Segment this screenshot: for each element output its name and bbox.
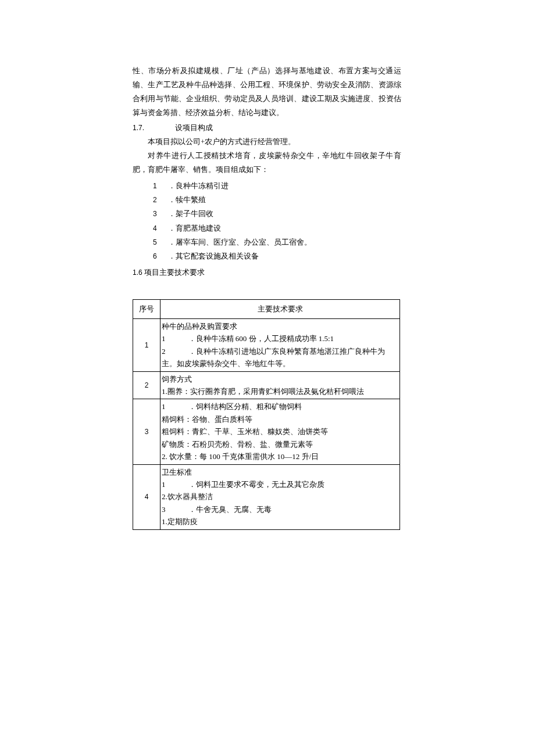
cell-line: 3 ．牛舍无臭、无腐、无毒 [162,503,398,515]
cell-line: 精饲料：谷物、蛋白质料等 [162,413,398,425]
list-item: 5．屠宰车间、医疗室、办公室、员工宿舍。 [133,235,401,249]
list-num: 4 [153,222,168,235]
list-text: ．架子牛回收 [168,209,213,218]
section-1-7-p1: 本项目拟以公司+农户的方式进行经营管理。 [133,135,401,149]
cell-line: 1 ．饲料结构区分精、粗和矿物饲料 [162,400,398,413]
cell-line: 1.定期防疫 [162,515,398,528]
table-row: 2 饲养方式 1.圈养：实行圈养育肥，采用青贮料饲喂法及氨化秸秆饲喂法 [133,371,400,399]
tech-requirements-table: 序号 主要技术要求 1 种牛的品种及购置要求 1 ．良种牛冻精 600 份，人工… [133,299,400,530]
table-row: 1 种牛的品种及购置要求 1 ．良种牛冻精 600 份，人工授精成功率 1.5:… [133,318,400,371]
cell-seq: 2 [133,371,160,399]
cell-line: 饲养方式 [162,373,398,385]
list-item: 6．其它配套设施及相关设备 [133,249,401,263]
list-num: 5 [153,236,168,249]
col-seq: 序号 [133,299,160,318]
list-item: 2．犊牛繁殖 [133,193,401,207]
cell-content: 卫生标准 1 ．饲料卫生要求不霉变，无土及其它杂质 2.饮水器具整洁 3 ．牛舍… [160,464,400,529]
cell-content: 种牛的品种及购置要求 1 ．良种牛冻精 600 份，人工授精成功率 1.5:1 … [160,318,400,371]
cell-line: 2. 饮水量：每 100 千克体重需供水 10—12 升/日 [162,450,398,463]
list-item: 1．良种牛冻精引进 [133,179,401,193]
cell-seq: 1 [133,318,160,371]
list-num: 3 [153,207,168,220]
list-num: 6 [153,250,168,263]
cell-line: 1 ．饲料卫生要求不霉变，无土及其它杂质 [162,478,398,490]
section-1-6-number: 1.6 [133,268,142,277]
cell-seq: 4 [133,464,160,529]
cell-line: 种牛的品种及购置要求 [162,320,398,332]
cell-line: 粗饲料：青贮、干草、玉米秸、糠奴类、油饼类等 [162,425,398,438]
cell-content: 饲养方式 1.圈养：实行圈养育肥，采用青贮料饲喂法及氨化秸秆饲喂法 [160,371,400,399]
section-1-7-header: 1.7. 设项目构成 [133,121,401,135]
section-1-6-title: 项目主要技术要求 [144,268,205,277]
cell-content: 1 ．饲料结构区分精、粗和矿物饲料 精饲料：谷物、蛋白质料等 粗饲料：青贮、干草… [160,399,400,464]
col-req: 主要技术要求 [160,299,400,318]
list-item: 4．育肥基地建设 [133,221,401,235]
cell-line: 卫生标准 [162,466,398,478]
table-row: 4 卫生标准 1 ．饲料卫生要求不霉变，无土及其它杂质 2.饮水器具整洁 3 ．… [133,464,400,529]
list-num: 1 [153,180,168,192]
cell-line: 2.饮水器具整洁 [162,490,398,503]
cell-line: 1.圈养：实行圈养育肥，采用青贮料饲喂法及氨化秸秆饲喂法 [162,385,398,397]
cell-line: 2 ．良种牛冻精引进地以广东良种繁育基地湛江推广良种牛为主。如皮埃蒙特杂交牛、辛… [162,345,398,370]
cell-line: 1 ．良种牛冻精 600 份，人工授精成功率 1.5:1 [162,332,398,345]
project-composition-list: 1．良种牛冻精引进 2．犊牛繁殖 3．架子牛回收 4．育肥基地建设 5．屠宰车间… [133,179,401,263]
table-header-row: 序号 主要技术要求 [133,299,400,318]
section-1-7-title: 设项目构成 [175,123,213,132]
list-text: ．其它配套设施及相关设备 [168,252,259,260]
section-1-7-p2: 对养牛进行人工授精技术培育，皮埃蒙特杂交牛，辛地红牛回收架子牛育肥，育肥牛屠宰、… [133,149,401,177]
list-text: ．犊牛繁殖 [168,195,206,204]
list-text: ．屠宰车间、医疗室、办公室、员工宿舍。 [168,238,312,246]
document-page: 性、市场分析及拟建规模、厂址（产品）选择与基地建设、布置方案与交通运输、生产工艺… [0,0,535,756]
table-row: 3 1 ．饲料结构区分精、粗和矿物饲料 精饲料：谷物、蛋白质料等 粗饲料：青贮、… [133,399,400,464]
cell-line: 矿物质：石粉贝壳粉、骨粉、盐、微量元素等 [162,438,398,450]
list-text: ．育肥基地建设 [168,224,221,232]
section-1-7-number: 1.7. [133,121,173,134]
list-num: 2 [153,194,168,206]
section-1-6-header: 1.6 项目主要技术要求 [133,266,401,280]
list-text: ．良种牛冻精引进 [168,181,229,190]
intro-paragraph: 性、市场分析及拟建规模、厂址（产品）选择与基地建设、布置方案与交通运输、生产工艺… [133,64,401,120]
cell-seq: 3 [133,399,160,464]
list-item: 3．架子牛回收 [133,207,401,221]
